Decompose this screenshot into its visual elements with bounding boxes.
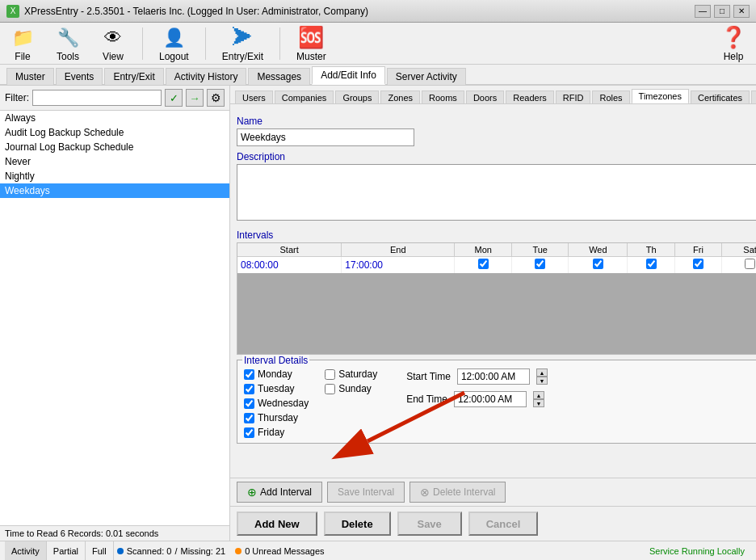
- subtab-companies[interactable]: Companies: [275, 91, 334, 104]
- list-item[interactable]: Nightly: [0, 169, 229, 183]
- file-icon: 📁: [10, 25, 36, 51]
- subtab-groups[interactable]: Groups: [335, 91, 379, 104]
- add-interval-button[interactable]: ⊕ Add Interval: [237, 482, 322, 503]
- minimize-button[interactable]: —: [695, 5, 711, 18]
- end-time-up[interactable]: ▲: [533, 391, 544, 399]
- subtab-certificates[interactable]: Certificates: [691, 91, 750, 104]
- tab-messages[interactable]: Messages: [248, 68, 310, 85]
- checkbox-tue[interactable]: [535, 259, 545, 269]
- checkbox-sunday[interactable]: [325, 384, 335, 394]
- menu-entry-exit[interactable]: ⮞ Entry/Exit: [216, 22, 270, 65]
- interval-th[interactable]: [628, 257, 674, 274]
- weekday-checkboxes: Monday Tuesday Wednesday: [244, 368, 309, 438]
- menu-tools[interactable]: 🔧 Tools: [48, 22, 87, 65]
- checkbox-tuesday[interactable]: [244, 384, 254, 394]
- menu-view[interactable]: 👁 View: [94, 22, 132, 65]
- tab-activity-history[interactable]: Activity History: [166, 68, 247, 85]
- subtab-doors[interactable]: Doors: [466, 91, 504, 104]
- description-input[interactable]: [237, 164, 756, 221]
- end-time-down[interactable]: ▼: [533, 399, 544, 407]
- status-tab-partial[interactable]: Partial: [47, 541, 86, 560]
- list-item[interactable]: Journal Log Backup Schedule: [0, 140, 229, 154]
- checkbox-saturday[interactable]: [325, 369, 335, 380]
- interval-row: 08:00:00 17:00:00: [237, 257, 756, 274]
- tab-events[interactable]: Events: [56, 68, 103, 85]
- tab-server-activity[interactable]: Server Activity: [387, 68, 466, 85]
- list-item[interactable]: Never: [0, 154, 229, 169]
- tab-add-edit-info[interactable]: Add/Edit Info: [312, 66, 385, 85]
- add-new-button[interactable]: Add New: [237, 512, 317, 536]
- checkbox-mon[interactable]: [478, 259, 489, 269]
- interval-sat[interactable]: [722, 257, 756, 274]
- tab-entry-exit[interactable]: Entry/Exit: [104, 68, 163, 85]
- menu-file-label: File: [15, 51, 30, 62]
- view-icon: 👁: [100, 25, 126, 51]
- subtab-rooms[interactable]: Rooms: [422, 91, 464, 104]
- delete-button[interactable]: Delete: [324, 512, 391, 536]
- menu-help-label: Help: [724, 51, 744, 62]
- menu-file[interactable]: 📁 File: [3, 22, 42, 65]
- filter-input[interactable]: [32, 90, 162, 106]
- subtab-users[interactable]: Users: [235, 91, 273, 104]
- save-button[interactable]: Save: [397, 512, 462, 536]
- checkbox-wednesday[interactable]: [244, 398, 254, 409]
- status-tab-activity[interactable]: Activity: [5, 541, 47, 560]
- interval-mon[interactable]: [455, 257, 512, 274]
- start-time-up[interactable]: ▲: [536, 368, 548, 377]
- menu-help[interactable]: ❓ Help: [714, 22, 753, 65]
- delete-interval-icon: ⊗: [420, 486, 430, 499]
- filter-next-button[interactable]: →: [186, 89, 204, 107]
- name-input[interactable]: [237, 128, 414, 146]
- status-tab-full[interactable]: Full: [86, 541, 114, 560]
- save-interval-button[interactable]: Save Interval: [327, 482, 405, 503]
- title-bar: X XPressEntry - 2.5.3501 - Telaeris Inc.…: [0, 0, 756, 23]
- subtab-roles[interactable]: Roles: [592, 91, 629, 104]
- start-time-down[interactable]: ▼: [536, 377, 548, 385]
- subtab-badge-type[interactable]: Badge Ty...: [751, 91, 756, 104]
- checkbox-thursday[interactable]: [244, 413, 254, 423]
- subtab-rfid[interactable]: RFID: [556, 91, 591, 104]
- interval-start: 08:00:00: [237, 257, 342, 274]
- cancel-button[interactable]: Cancel: [468, 512, 539, 536]
- maximize-button[interactable]: □: [714, 5, 730, 18]
- end-time-label: End Time: [406, 394, 447, 405]
- menu-logout[interactable]: 👤 Logout: [153, 22, 195, 65]
- subtab-readers[interactable]: Readers: [506, 91, 554, 104]
- weekend-checkboxes: Saturday Sunday: [325, 368, 377, 438]
- start-time-input[interactable]: [457, 368, 530, 385]
- label-friday: Friday: [258, 427, 284, 438]
- checkbox-friday[interactable]: [244, 427, 254, 438]
- interval-gray-area: [237, 273, 756, 354]
- filter-bar: Filter: ✓ → ⚙: [0, 86, 229, 111]
- checkbox-fri[interactable]: [693, 259, 704, 269]
- checkbox-th[interactable]: [646, 259, 657, 269]
- checkbox-sat[interactable]: [745, 259, 755, 269]
- checkbox-wed[interactable]: [593, 259, 603, 269]
- list-item[interactable]: Always: [0, 111, 229, 125]
- checkbox-monday[interactable]: [244, 369, 254, 380]
- list-item[interactable]: Audit Log Backup Schedule: [0, 125, 229, 140]
- action-bar: ⊕ Add Interval Save Interval ⊗ Delete In…: [230, 478, 756, 506]
- nav-tabs: Muster Events Entry/Exit Activity Histor…: [0, 65, 756, 86]
- interval-end: 17:00:00: [342, 257, 455, 274]
- label-tuesday: Tuesday: [258, 383, 295, 394]
- delete-interval-button[interactable]: ⊗ Delete Interval: [410, 482, 506, 503]
- tab-muster[interactable]: Muster: [6, 68, 54, 85]
- interval-fri[interactable]: [674, 257, 721, 274]
- menu-tools-label: Tools: [57, 51, 79, 62]
- col-header-th: Th: [628, 243, 674, 257]
- subtab-timezones[interactable]: Timezones: [632, 89, 689, 104]
- subtab-zones[interactable]: Zones: [380, 91, 420, 104]
- start-time-label: Start Time: [406, 371, 451, 382]
- interval-details-title: Interval Details: [242, 355, 309, 366]
- entry-exit-icon: ⮞: [229, 25, 255, 51]
- menu-muster[interactable]: 🆘 Muster: [290, 22, 333, 65]
- logout-icon: 👤: [161, 25, 187, 51]
- interval-wed[interactable]: [569, 257, 628, 274]
- filter-options-button[interactable]: ⚙: [207, 89, 225, 107]
- close-button[interactable]: ✕: [733, 5, 750, 18]
- interval-tue[interactable]: [512, 257, 569, 274]
- list-item-weekdays[interactable]: Weekdays: [0, 183, 229, 198]
- end-time-input[interactable]: [454, 391, 527, 407]
- filter-apply-button[interactable]: ✓: [165, 89, 183, 107]
